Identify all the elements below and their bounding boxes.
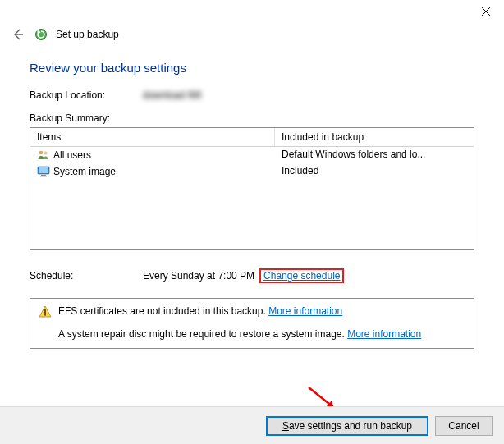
svg-rect-9: [40, 176, 47, 176]
column-header-items[interactable]: Items: [30, 128, 275, 146]
users-icon: [37, 149, 50, 162]
efs-notice-text: EFS certificates are not included in thi…: [58, 305, 268, 317]
svg-rect-11: [44, 314, 46, 316]
column-header-included[interactable]: Included in backup: [275, 128, 474, 146]
row-item-name: All users: [53, 149, 91, 161]
svg-rect-8: [41, 175, 46, 176]
annotation-highlight-box: Change schedule: [259, 268, 344, 283]
backup-location-label: Backup Location:: [30, 89, 143, 101]
row-item-included: Included: [275, 165, 474, 178]
cancel-button[interactable]: Cancel: [435, 416, 493, 436]
close-button[interactable]: [467, 0, 504, 23]
svg-rect-10: [44, 309, 46, 314]
backup-location-value: download IMI: [143, 89, 201, 101]
more-information-link[interactable]: More information: [268, 305, 342, 317]
row-item-included: Default Windows folders and lo...: [275, 149, 474, 162]
change-schedule-link[interactable]: Change schedule: [263, 270, 340, 282]
dialog-footer: Save settings and run backup Cancel: [0, 406, 504, 444]
svg-point-4: [39, 151, 44, 155]
window-title: Set up backup: [56, 29, 119, 40]
svg-rect-7: [39, 167, 48, 173]
table-row: All users Default Windows folders and lo…: [30, 147, 474, 163]
repair-disc-notice-text: A system repair disc might be required t…: [58, 328, 347, 340]
back-button[interactable]: [10, 26, 26, 43]
backup-app-icon: [34, 28, 48, 41]
info-panel: EFS certificates are not included in thi…: [30, 298, 474, 349]
monitor-icon: [37, 165, 50, 178]
schedule-value: Every Sunday at 7:00 PM: [143, 270, 254, 282]
backup-summary-label: Backup Summary:: [30, 112, 474, 124]
schedule-label: Schedule:: [30, 270, 143, 282]
save-settings-run-backup-button[interactable]: Save settings and run backup: [266, 416, 428, 436]
table-row: System image Included: [30, 163, 474, 180]
svg-line-12: [309, 387, 333, 407]
svg-point-5: [44, 151, 47, 154]
row-item-name: System image: [53, 166, 116, 177]
page-title: Review your backup settings: [30, 61, 474, 75]
more-information-link[interactable]: More information: [347, 328, 421, 340]
backup-summary-table: Items Included in backup All users Defau…: [30, 127, 474, 250]
warning-icon: [39, 305, 52, 318]
